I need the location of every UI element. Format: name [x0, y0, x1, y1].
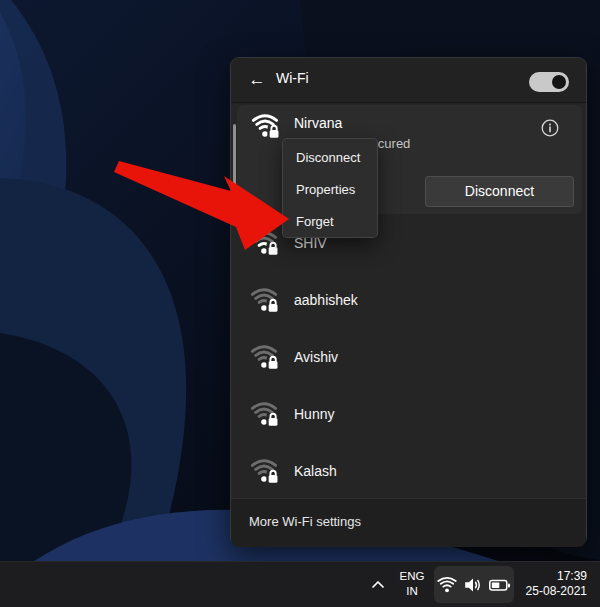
wifi-signal-lock-icon [250, 341, 282, 373]
wifi-signal-lock-icon [250, 284, 282, 316]
connected-network-name: Nirvana [294, 115, 342, 131]
network-row-hunny[interactable]: Hunny [231, 386, 588, 443]
scrollbar-thumb[interactable] [233, 124, 236, 213]
wifi-signal-lock-icon [250, 398, 282, 430]
system-tray-group[interactable] [434, 566, 514, 603]
flyout-footer: More Wi-Fi settings [231, 498, 586, 547]
network-name: Hunny [294, 406, 334, 422]
menu-item-properties[interactable]: Properties [283, 174, 377, 206]
wifi-toggle[interactable] [529, 72, 569, 92]
battery-icon [488, 573, 512, 597]
wifi-flyout-panel: ← Wi-Fi Nirvana Connected, s [230, 57, 587, 546]
volume-icon [462, 574, 484, 596]
network-row-avishiv[interactable]: Avishiv [231, 329, 588, 386]
language-secondary: IN [394, 584, 430, 599]
wifi-signal-lock-icon [250, 455, 282, 487]
language-indicator[interactable]: ENG IN [394, 569, 430, 599]
flyout-header: ← Wi-Fi [231, 58, 586, 103]
more-wifi-settings-link[interactable]: More Wi-Fi settings [249, 514, 361, 529]
screen: ← Wi-Fi Nirvana Connected, s [0, 0, 600, 607]
wifi-signal-lock-icon [250, 227, 282, 259]
clock-time: 17:39 [526, 569, 587, 584]
network-name: Kalash [294, 463, 337, 479]
clock-date: 25-08-2021 [526, 584, 587, 599]
language-primary: ENG [394, 569, 430, 584]
disconnect-button[interactable]: Disconnect [425, 176, 574, 207]
tray-expand-button[interactable] [366, 573, 390, 597]
wifi-icon [436, 574, 458, 596]
taskbar: ENG IN 17:39 25-08-2021 [0, 561, 600, 607]
menu-item-forget[interactable]: Forget [283, 206, 377, 238]
wifi-signal-lock-icon [251, 110, 283, 142]
network-row-kalash[interactable]: Kalash [231, 443, 588, 500]
network-context-menu: Disconnect Properties Forget [282, 138, 378, 238]
network-name: Avishiv [294, 349, 338, 365]
back-button[interactable]: ← [244, 68, 270, 92]
menu-item-disconnect[interactable]: Disconnect [283, 142, 377, 174]
network-name: aabhishek [294, 292, 358, 308]
clock[interactable]: 17:39 25-08-2021 [526, 569, 587, 599]
toggle-knob-icon [552, 75, 566, 89]
page-title: Wi-Fi [276, 70, 309, 86]
info-icon[interactable] [540, 118, 560, 138]
network-row-aabhishek[interactable]: aabhishek [231, 272, 588, 329]
